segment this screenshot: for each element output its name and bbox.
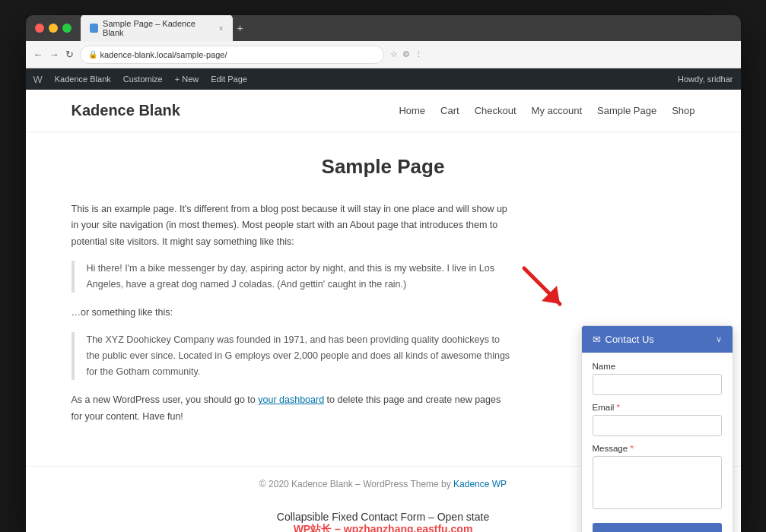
browser-actions: ☆ ⚙ ⋮	[390, 49, 423, 59]
back-button[interactable]: ←	[33, 49, 43, 60]
star-icon[interactable]: ☆	[390, 49, 398, 59]
theme-link[interactable]: Kadence WP	[453, 479, 507, 489]
contact-widget-title: Contact Us	[605, 334, 654, 345]
quote-1: Hi there! I'm a bike messenger by day, a…	[72, 261, 513, 293]
or-text: …or something like this:	[72, 305, 513, 321]
tab-favicon	[90, 24, 99, 33]
site-nav: Home Cart Checkout My account Sample Pag…	[399, 105, 694, 116]
message-field-group: Message *	[593, 444, 722, 512]
wp-new-link[interactable]: + New	[175, 74, 199, 84]
message-textarea[interactable]	[593, 456, 722, 509]
nav-checkout[interactable]: Checkout	[475, 105, 516, 116]
menu-icon[interactable]: ⋮	[415, 49, 423, 59]
lock-icon: 🔒	[88, 50, 97, 59]
nav-cart[interactable]: Cart	[440, 105, 459, 116]
name-label: Name	[593, 362, 722, 371]
tab-title: Sample Page – Kadence Blank	[103, 19, 215, 37]
site-credit: WP站长 – wpzhanzhang.eastfu.com	[294, 523, 473, 532]
nav-sample-page[interactable]: Sample Page	[597, 105, 656, 116]
nav-my-account[interactable]: My account	[532, 105, 582, 116]
submit-button[interactable]: Submit	[593, 523, 722, 532]
site-header: Kadence Blank Home Cart Checkout My acco…	[26, 90, 741, 132]
refresh-button[interactable]: ↻	[65, 49, 74, 60]
new-tab-button[interactable]: +	[237, 22, 243, 34]
name-field-group: Name	[593, 362, 722, 395]
page-title: Sample Page	[72, 155, 695, 179]
url-bar[interactable]: 🔒 kadence-blank.local/sample-page/	[80, 46, 384, 64]
dashboard-link[interactable]: your dashboard	[258, 394, 324, 405]
envelope-icon: ✉	[593, 334, 601, 345]
tab-close-icon[interactable]: ×	[219, 24, 224, 33]
forward-button[interactable]: →	[49, 49, 59, 60]
name-input[interactable]	[593, 374, 722, 395]
caption-text: Collapsible Fixed Contact Form – Open st…	[277, 511, 489, 523]
wp-howdy-text: Howdy, sridhar	[678, 74, 733, 84]
wp-site-name[interactable]: Kadence Blank	[55, 74, 111, 84]
wp-customize-link[interactable]: Customize	[123, 74, 163, 84]
contact-widget-body: Name Email * Message *	[582, 353, 733, 532]
contact-form-widget: ✉ Contact Us ∨ Name Email *	[581, 325, 733, 532]
contact-header-left: ✉ Contact Us	[593, 334, 654, 345]
wp-logo-icon[interactable]: W	[33, 74, 43, 85]
footer-text1: As a new WordPress user, you should go t…	[72, 394, 259, 405]
nav-shop[interactable]: Shop	[672, 105, 694, 116]
chevron-down-icon[interactable]: ∨	[716, 334, 722, 344]
url-text: kadence-blank.local/sample-page/	[100, 50, 227, 59]
minimize-button[interactable]	[49, 24, 58, 33]
footer-paragraph: As a new WordPress user, you should go t…	[72, 392, 513, 425]
maximize-button[interactable]	[62, 24, 72, 33]
close-button[interactable]	[35, 24, 44, 33]
quote-2: The XYZ Doohickey Company was founded in…	[72, 332, 513, 381]
traffic-lights	[35, 24, 72, 33]
footer-copyright: © 2020 Kadence Blank – WordPress Theme b…	[259, 479, 453, 489]
title-bar: Sample Page – Kadence Blank × +	[26, 15, 741, 41]
message-label: Message *	[593, 444, 722, 453]
wp-edit-page-link[interactable]: Edit Page	[211, 74, 247, 84]
content-body: This is an example page. It's different …	[72, 201, 513, 425]
email-field-group: Email *	[593, 403, 722, 436]
nav-home[interactable]: Home	[399, 105, 425, 116]
site-logo: Kadence Blank	[72, 102, 180, 119]
email-required-marker: *	[616, 403, 619, 412]
intro-paragraph: This is an example page. It's different …	[72, 201, 513, 250]
address-bar: ← → ↻ 🔒 kadence-blank.local/sample-page/…	[26, 41, 741, 68]
email-label: Email *	[593, 403, 722, 412]
browser-tab[interactable]: Sample Page – Kadence Blank ×	[81, 15, 233, 42]
wp-admin-bar: W Kadence Blank Customize + New Edit Pag…	[26, 68, 741, 90]
message-required-marker: *	[630, 444, 633, 453]
extensions-icon[interactable]: ⚙	[402, 49, 410, 59]
site-content: Kadence Blank Home Cart Checkout My acco…	[26, 90, 741, 502]
browser-window: Sample Page – Kadence Blank × + ← → ↻ 🔒 …	[26, 15, 741, 532]
contact-widget-header[interactable]: ✉ Contact Us ∨	[582, 326, 733, 353]
email-input[interactable]	[593, 415, 722, 436]
